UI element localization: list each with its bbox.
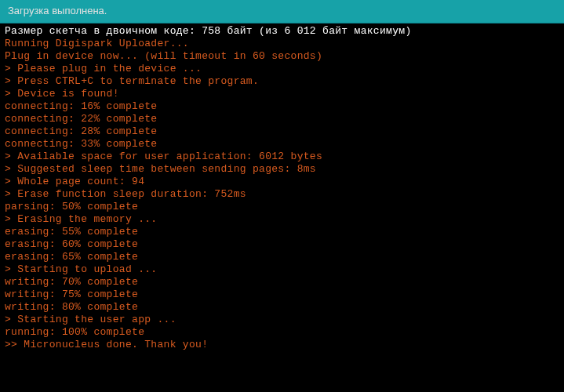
log-line: > Erase function sleep duration: 752ms (5, 188, 559, 201)
log-line: Running Digispark Uploader... (5, 38, 559, 50)
log-line: Plug in device now... (will timeout in 6… (5, 50, 559, 63)
log-line: >> Micronucleus done. Thank you! (5, 339, 559, 351)
log-line: erasing: 55% complete (5, 226, 559, 238)
status-text: Загрузка выполнена. (8, 5, 107, 16)
log-lines: Running Digispark Uploader...Plug in dev… (5, 38, 559, 351)
log-line: > Please plug in the device ... (5, 63, 559, 75)
log-line: connecting: 33% complete (5, 138, 559, 151)
log-line: > Press CTRL+C to terminate the program. (5, 75, 559, 88)
log-line: connecting: 16% complete (5, 100, 559, 113)
log-line: > Available space for user application: … (5, 151, 559, 163)
log-line: > Erasing the memory ... (5, 213, 559, 226)
status-header: Загрузка выполнена. (0, 0, 564, 24)
sketch-size-line: Размер скетча в двоичном коде: 758 байт … (5, 25, 559, 38)
log-line: writing: 75% complete (5, 289, 559, 301)
log-line: > Device is found! (5, 88, 559, 100)
log-line: writing: 80% complete (5, 301, 559, 314)
log-line: erasing: 65% complete (5, 251, 559, 263)
log-line: running: 100% complete (5, 326, 559, 339)
log-line: > Starting to upload ... (5, 263, 559, 276)
console-output: Размер скетча в двоичном коде: 758 байт … (0, 24, 564, 353)
log-line: > Suggested sleep time between sending p… (5, 163, 559, 176)
log-line: > Starting the user app ... (5, 314, 559, 326)
log-line: connecting: 28% complete (5, 125, 559, 138)
log-line: erasing: 60% complete (5, 238, 559, 251)
log-line: > Whole page count: 94 (5, 176, 559, 188)
log-line: parsing: 50% complete (5, 201, 559, 213)
log-line: writing: 70% complete (5, 276, 559, 289)
log-line: connecting: 22% complete (5, 113, 559, 125)
